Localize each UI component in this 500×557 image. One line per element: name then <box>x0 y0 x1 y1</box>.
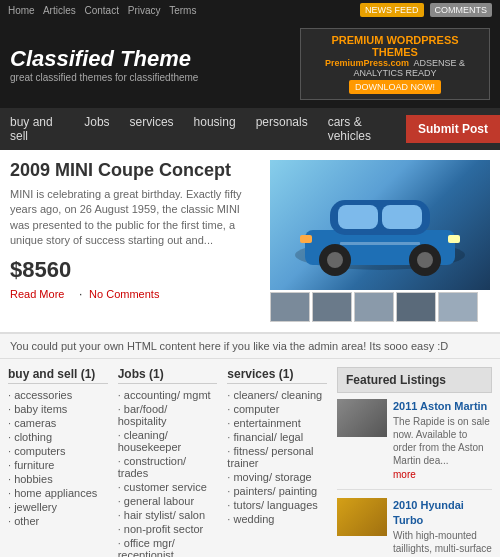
list-item: baby items <box>8 402 108 416</box>
cat-jobs-title: Jobs (1) <box>118 367 218 384</box>
listing-desc-1: With high-mounted taillights, multi-surf… <box>393 529 492 557</box>
list-item: hobbies <box>8 472 108 486</box>
category-grid: buy and sell (1) accessories baby items … <box>8 367 327 557</box>
list-item: moving/ storage <box>227 470 327 484</box>
thumb-3[interactable] <box>354 292 394 322</box>
nav-cars[interactable]: cars & vehicles <box>318 108 406 150</box>
list-item: other <box>8 514 108 528</box>
list-item: painters/ painting <box>227 484 327 498</box>
list-item: entertainment <box>227 416 327 430</box>
top-nav: Home Articles Contact Privacy Terms <box>8 5 202 16</box>
cat-services: services (1) cleaners/ cleaning computer… <box>227 367 327 557</box>
cat-jobs: Jobs (1) accounting/ mgmt bar/food/ hosp… <box>118 367 218 557</box>
listing-more-0[interactable]: more <box>393 469 416 480</box>
featured-title: 2009 MINI Coupe Concept <box>10 160 260 181</box>
listing-thumb-1 <box>337 498 387 536</box>
comments-btn[interactable]: COMMENTS <box>430 3 493 17</box>
list-item: office mgr/ receptionist <box>118 536 218 557</box>
listing-info-1: 2010 Hyundai Turbo With high-mounted tai… <box>393 498 492 557</box>
svg-rect-10 <box>300 235 312 243</box>
nav-contact[interactable]: Contact <box>85 5 119 16</box>
header-ad: PREMIUM WORDPRESS THEMES PremiumPress.co… <box>300 28 490 100</box>
list-item: jewellery <box>8 500 108 514</box>
nav-privacy[interactable]: Privacy <box>128 5 161 16</box>
read-more-link[interactable]: Read More <box>10 288 64 300</box>
ad-title: PREMIUM WORDPRESS THEMES <box>309 34 481 58</box>
nav-links: buy and sell Jobs services housing perso… <box>0 108 406 150</box>
site-title: Classified Theme <box>10 46 198 72</box>
main-nav: buy and sell Jobs services housing perso… <box>0 108 500 150</box>
svg-rect-9 <box>448 235 460 243</box>
svg-rect-11 <box>340 242 420 245</box>
list-item: cleaning/ housekeeper <box>118 428 218 454</box>
svg-point-6 <box>327 252 343 268</box>
listing-title-1[interactable]: 2010 Hyundai Turbo <box>393 498 492 527</box>
notice-bar: You could put your own HTML content here… <box>0 333 500 359</box>
list-item: non-profit sector <box>118 522 218 536</box>
cat-buy-sell-list: accessories baby items cameras clothing … <box>8 388 108 528</box>
main-content: buy and sell (1) accessories baby items … <box>0 359 500 557</box>
ad-download-btn[interactable]: DOWNLOAD NOW! <box>349 80 441 94</box>
listing-item-0: 2011 Aston Martin The Rapide is on sale … <box>337 399 492 490</box>
thumb-1[interactable] <box>270 292 310 322</box>
list-item: bar/food/ hospitality <box>118 402 218 428</box>
list-item: clothing <box>8 430 108 444</box>
feed-links: NEWS FEED COMMENTS <box>360 3 492 17</box>
list-item: wedding <box>227 512 327 526</box>
list-item: furniture <box>8 458 108 472</box>
comments-link[interactable]: No Comments <box>89 288 159 300</box>
cat-services-title: services (1) <box>227 367 327 384</box>
listing-thumb-0 <box>337 399 387 437</box>
header-left: Classified Theme great classified themes… <box>10 46 198 83</box>
list-item: fitness/ personal trainer <box>227 444 327 470</box>
nav-housing[interactable]: housing <box>184 108 246 150</box>
nav-home[interactable]: Home <box>8 5 35 16</box>
nav-articles[interactable]: Articles <box>43 5 76 16</box>
featured-main-image <box>270 160 490 290</box>
svg-rect-4 <box>382 205 422 229</box>
thumb-4[interactable] <box>396 292 436 322</box>
nav-personals[interactable]: personals <box>246 108 318 150</box>
featured-desc: MINI is celebrating a great birthday. Ex… <box>10 187 260 249</box>
list-item: home appliances <box>8 486 108 500</box>
nav-buy-sell[interactable]: buy and sell <box>0 108 74 150</box>
listing-title-0[interactable]: 2011 Aston Martin <box>393 399 492 413</box>
list-item: hair stylist/ salon <box>118 508 218 522</box>
list-item: accessories <box>8 388 108 402</box>
ad-site: PremiumPress.com ADSENSE & ANALYTICS REA… <box>309 58 481 78</box>
header: Classified Theme great classified themes… <box>0 20 500 108</box>
list-item: general labour <box>118 494 218 508</box>
svg-rect-3 <box>338 205 378 229</box>
list-item: accounting/ mgmt <box>118 388 218 402</box>
cat-buy-sell-title: buy and sell (1) <box>8 367 108 384</box>
top-bar: Home Articles Contact Privacy Terms NEWS… <box>0 0 500 20</box>
site-tagline: great classified themes for classifiedth… <box>10 72 198 83</box>
news-feed-btn[interactable]: NEWS FEED <box>360 3 424 17</box>
list-item: construction/ trades <box>118 454 218 480</box>
list-item: computer <box>227 402 327 416</box>
featured-image-area <box>270 160 490 322</box>
list-item: tutors/ languages <box>227 498 327 512</box>
svg-point-8 <box>417 252 433 268</box>
nav-jobs[interactable]: Jobs <box>74 108 119 150</box>
listing-info-0: 2011 Aston Martin The Rapide is on sale … <box>393 399 492 481</box>
featured-listings-sidebar: Featured Listings 2011 Aston Martin The … <box>337 367 492 557</box>
featured-main: 2009 MINI Coupe Concept MINI is celebrat… <box>10 160 260 322</box>
list-item: computers <box>8 444 108 458</box>
nav-terms[interactable]: Terms <box>169 5 196 16</box>
listing-desc-0: The Rapide is on sale now. Available to … <box>393 415 492 467</box>
featured-price: $8560 <box>10 257 260 283</box>
thumb-2[interactable] <box>312 292 352 322</box>
featured-thumbnails <box>270 292 490 322</box>
nav-services[interactable]: services <box>120 108 184 150</box>
submit-post-button[interactable]: Submit Post <box>406 115 500 143</box>
featured-listings-title: Featured Listings <box>337 367 492 393</box>
cat-buy-sell: buy and sell (1) accessories baby items … <box>8 367 108 557</box>
cat-jobs-list: accounting/ mgmt bar/food/ hospitality c… <box>118 388 218 557</box>
cat-services-list: cleaners/ cleaning computer entertainmen… <box>227 388 327 526</box>
list-item: customer service <box>118 480 218 494</box>
list-item: cleaners/ cleaning <box>227 388 327 402</box>
list-item: cameras <box>8 416 108 430</box>
thumb-5[interactable] <box>438 292 478 322</box>
ad-site-name: PremiumPress.com <box>325 58 409 68</box>
